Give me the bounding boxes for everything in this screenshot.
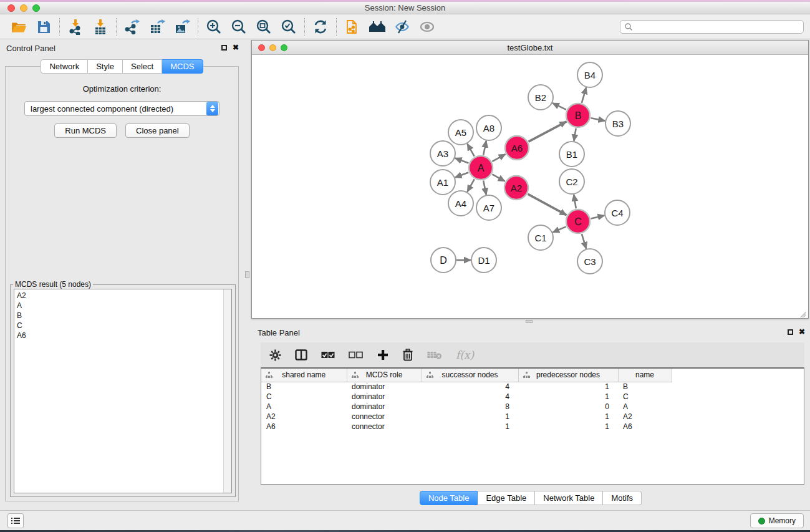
graph-edge[interactable] [483,141,486,155]
table-cell[interactable]: A2 [261,412,347,422]
graph-edge[interactable] [492,154,505,162]
table-row[interactable]: Adominator80A [261,402,804,412]
table-cell[interactable]: 1 [518,382,618,392]
add-column-button[interactable] [377,349,388,360]
tab-motifs[interactable]: Motifs [603,491,642,505]
graph-edge[interactable] [552,103,566,110]
zoom-fit-button[interactable] [251,17,276,37]
table-cell[interactable]: connector [347,412,422,422]
graph-edge[interactable] [455,158,469,163]
float-panel-icon[interactable] [221,45,227,51]
graph-edge[interactable] [528,194,566,215]
delete-column-button[interactable] [402,349,413,361]
resize-grip[interactable] [799,308,808,317]
table-cell[interactable]: 1 [422,422,518,432]
graph-edge[interactable] [574,195,576,209]
float-panel-icon[interactable] [788,329,793,335]
tab-mcds[interactable]: MCDS [162,59,203,74]
table-row[interactable]: Bdominator41B [261,382,804,392]
hide-visual-button[interactable] [390,17,415,37]
close-view-button[interactable] [258,44,265,51]
columns-view-button[interactable] [295,349,307,360]
mcds-result-list[interactable]: A2ABCA6 [14,289,232,493]
tab-select[interactable]: Select [123,59,162,74]
table-cell[interactable]: A2 [618,412,672,422]
table-cell[interactable]: 0 [518,402,618,412]
table-cell[interactable]: A6 [618,422,672,432]
table-cell[interactable]: 8 [422,402,518,412]
graph-edge[interactable] [467,179,474,191]
show-eye-button[interactable] [415,17,440,37]
show-panels-button[interactable] [7,513,24,528]
table-cell[interactable]: B [618,382,672,392]
table-cell[interactable]: 4 [422,392,518,402]
list-scrollbar[interactable] [223,289,231,493]
zoom-in-button[interactable] [201,17,226,37]
tab-network[interactable]: Network [41,59,88,74]
table-cell[interactable]: 1 [518,392,618,402]
horizontal-split-divider[interactable] [251,319,810,324]
zoom-selected-button[interactable] [276,17,301,37]
import-network-button[interactable] [63,17,88,37]
graph-edge[interactable] [529,122,567,142]
select-all-button[interactable] [321,351,335,359]
graph-edge[interactable] [455,172,469,177]
table-cell[interactable]: 1 [518,412,618,422]
table-cell[interactable]: 4 [422,382,518,392]
vertical-split-divider[interactable] [244,39,251,510]
graph-edge[interactable] [483,181,486,195]
import-table-button[interactable] [88,17,113,37]
table-row[interactable]: A6connector11A6 [261,422,804,432]
list-item[interactable]: A [17,301,231,311]
table-row[interactable]: A2connector11A2 [261,412,804,422]
table-cell[interactable]: dominator [347,392,422,402]
graph-edge[interactable] [582,234,586,249]
export-image-button[interactable] [170,17,195,37]
list-item[interactable]: C [17,321,231,331]
minimize-window-button[interactable] [20,4,27,12]
graph-edge[interactable] [591,216,604,219]
graph-edge[interactable] [467,143,474,156]
new-network-from-file-button[interactable] [340,17,365,37]
memory-button[interactable]: Memory [750,513,804,528]
column-header-mcds-role[interactable]: MCDS role [347,369,422,382]
graph-edge[interactable] [492,174,504,181]
graph-edge[interactable] [574,128,576,142]
column-header-shared-name[interactable]: shared name [261,369,347,382]
table-cell[interactable]: A [261,402,347,412]
divider-handle[interactable] [245,271,249,278]
save-session-button[interactable] [31,17,56,37]
column-header-successor-nodes[interactable]: successor nodes [422,369,518,382]
export-network-button[interactable] [120,17,145,37]
table-cell[interactable]: 1 [518,422,618,432]
table-cell[interactable]: B [261,382,347,392]
table-cell[interactable] [672,412,804,422]
list-item[interactable]: B [17,311,231,321]
tab-network-table[interactable]: Network Table [535,491,603,505]
table-cell[interactable] [672,402,804,412]
table-cell[interactable]: dominator [347,382,422,392]
graph-edge[interactable] [552,226,566,232]
table-cell[interactable] [672,382,804,392]
tab-style[interactable]: Style [88,59,123,74]
table-cell[interactable]: dominator [347,402,422,412]
deselect-all-button[interactable] [349,351,364,359]
criterion-dropdown[interactable]: largest connected component (directed) [24,101,219,116]
list-item[interactable]: A6 [17,331,231,341]
divider-handle[interactable] [526,320,533,323]
table-row[interactable]: Cdominator41C [261,392,804,402]
minimize-view-button[interactable] [269,44,276,51]
settings-gear-button[interactable] [269,349,281,361]
table-cell[interactable]: C [618,392,672,402]
table-cell[interactable]: connector [347,422,422,432]
table-cell[interactable]: 1 [422,412,518,422]
tab-node-table[interactable]: Node Table [420,491,478,505]
refresh-button[interactable] [308,17,333,37]
close-window-button[interactable] [7,4,15,12]
home-button[interactable] [365,17,390,37]
zoom-out-button[interactable] [226,17,251,37]
run-mcds-button[interactable]: Run MCDS [54,123,117,138]
close-panel-icon[interactable]: ✖ [799,328,805,336]
column-header-predecessor-nodes[interactable]: predecessor nodes [518,369,618,382]
graph-edge[interactable] [591,118,605,121]
